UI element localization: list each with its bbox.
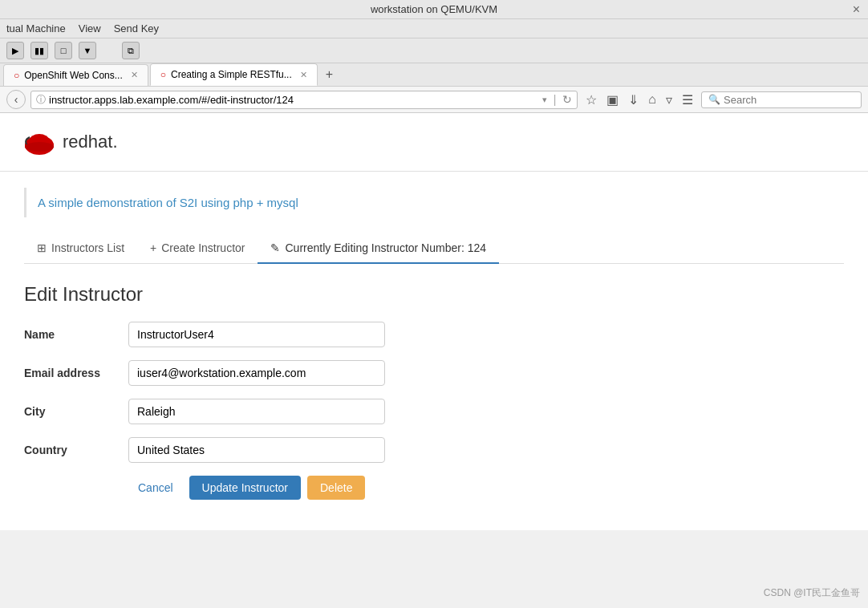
close-icon[interactable]: × <box>853 2 860 17</box>
edit-icon: ✎ <box>270 241 280 254</box>
nav-tabs: ⊞ Instructors List + Create Instructor ✎… <box>24 233 844 264</box>
form-group-city: City <box>24 399 844 424</box>
nav-tab-create-instructor[interactable]: + Create Instructor <box>137 233 258 264</box>
city-input[interactable] <box>128 399 385 424</box>
menu-view[interactable]: View <box>79 22 101 34</box>
country-input[interactable] <box>128 437 385 463</box>
reader-icon[interactable]: ▣ <box>603 91 622 109</box>
tab-bar: ○ OpenShift Web Cons... ✕ ○ Creating a S… <box>0 63 868 87</box>
search-icon: 🔍 <box>708 94 720 105</box>
refresh-icon[interactable]: ↻ <box>562 93 572 106</box>
title-bar: workstation on QEMU/KVM × <box>0 0 868 19</box>
toolbar: ▶ ▮▮ □ ▼ ⧉ <box>0 39 868 63</box>
email-input[interactable] <box>128 360 385 386</box>
rh-logo-text: redhat. <box>63 132 118 152</box>
menu-icon[interactable]: ☰ <box>679 91 696 109</box>
delete-button[interactable]: Delete <box>307 476 365 500</box>
toolbar-screen-icon[interactable]: ⧉ <box>122 42 140 59</box>
info-icon: ⓘ <box>36 93 46 107</box>
address-input[interactable] <box>49 94 539 106</box>
content-area: A simple demonstration of S2I using php … <box>0 172 868 516</box>
menu-send-key[interactable]: Send Key <box>114 22 159 34</box>
nav-tab-instructors-list[interactable]: ⊞ Instructors List <box>24 233 137 264</box>
list-icon: ⊞ <box>37 241 47 254</box>
tab-new-button[interactable]: + <box>319 64 339 85</box>
rh-logo: redhat. <box>19 126 849 158</box>
nav-tab-editing-label: Currently Editing Instructor Number: 124 <box>285 241 486 254</box>
cancel-button[interactable]: Cancel <box>128 476 183 500</box>
form-group-name: Name <box>24 322 844 347</box>
back-button[interactable]: ‹ <box>6 90 26 109</box>
window-title: workstation on QEMU/KVM <box>371 3 497 15</box>
tab-restfu-label: Creating a Simple RESTfu... <box>171 69 292 80</box>
name-label: Name <box>24 322 128 341</box>
create-icon: + <box>150 241 156 254</box>
home-icon[interactable]: ⌂ <box>645 91 659 108</box>
nav-tab-create-instructor-label: Create Instructor <box>161 241 245 254</box>
tab-openshift[interactable]: ○ OpenShift Web Cons... ✕ <box>3 64 148 86</box>
menu-bar: tual Machine View Send Key <box>0 19 868 39</box>
bookmark-icon[interactable]: ☆ <box>582 91 600 109</box>
shield-icon[interactable]: ▿ <box>663 91 675 109</box>
nav-tab-editing[interactable]: ✎ Currently Editing Instructor Number: 1… <box>258 233 499 264</box>
search-input[interactable] <box>724 94 854 106</box>
browser-content: redhat. A simple demonstration of S2I us… <box>0 113 868 530</box>
update-button[interactable]: Update Instructor <box>189 476 301 500</box>
toolbar-dropdown[interactable]: ▼ <box>79 42 96 59</box>
toolbar-icon-3[interactable]: □ <box>55 42 72 59</box>
menu-virtual-machine[interactable]: tual Machine <box>6 22 66 34</box>
tab-openshift-label: OpenShift Web Cons... <box>24 70 123 81</box>
toolbar-icon-1[interactable]: ▶ <box>6 42 24 59</box>
rh-logo-svg <box>19 126 59 158</box>
form-group-email: Email address <box>24 360 844 386</box>
name-input[interactable] <box>128 322 385 347</box>
tab-openshift-close[interactable]: ✕ <box>131 70 138 80</box>
city-label: City <box>24 399 128 418</box>
nav-tab-instructors-list-label: Instructors List <box>51 241 124 254</box>
address-icons: ☆ ▣ ⇓ ⌂ ▿ ☰ <box>582 91 696 109</box>
form-buttons: Cancel Update Instructor Delete <box>128 476 844 500</box>
svg-point-4 <box>25 142 54 152</box>
form-group-country: Country <box>24 437 844 463</box>
email-label: Email address <box>24 360 128 379</box>
address-bar: ‹ ⓘ ▾ | ↻ ☆ ▣ ⇓ ⌂ ▿ ☰ 🔍 <box>0 87 868 113</box>
toolbar-icon-2[interactable]: ▮▮ <box>30 42 48 59</box>
download-icon[interactable]: ⇓ <box>625 91 642 109</box>
address-dropdown-icon[interactable]: ▾ <box>542 95 547 105</box>
demo-link[interactable]: A simple demonstration of S2I using php … <box>24 188 310 217</box>
rh-header: redhat. <box>0 113 868 172</box>
tab-restfu[interactable]: ○ Creating a Simple RESTfu... ✕ <box>150 63 318 86</box>
page-title: Edit Instructor <box>24 283 844 306</box>
search-wrap: 🔍 <box>701 91 862 108</box>
tab-restfu-close[interactable]: ✕ <box>300 70 307 80</box>
country-label: Country <box>24 437 128 456</box>
address-input-wrap: ⓘ ▾ | ↻ <box>30 91 578 109</box>
